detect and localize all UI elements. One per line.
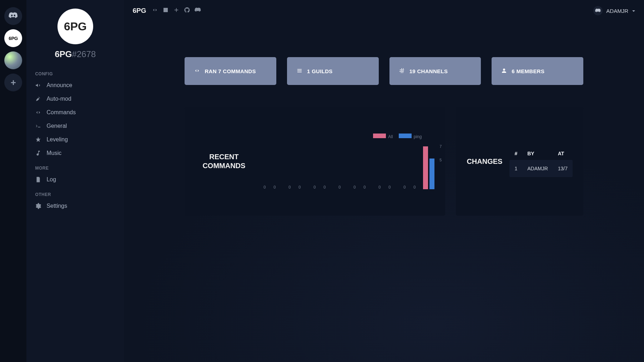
changes-body: # BY AT 1 ADAMJR 13/7 xyxy=(509,146,573,177)
nav-music[interactable]: Music xyxy=(26,146,124,160)
bot-tag: #2678 xyxy=(72,49,96,59)
caret-down-icon xyxy=(632,8,635,14)
nav-label: Commands xyxy=(46,109,76,116)
topbar-plus-icon[interactable] xyxy=(173,7,180,15)
axis-label-7: 7 xyxy=(439,144,442,149)
section-other: OTHER xyxy=(26,186,124,199)
stat-label: 6 MEMBERS xyxy=(512,68,544,74)
music-icon xyxy=(35,150,41,156)
col-by: BY xyxy=(522,147,553,160)
nav-label: Settings xyxy=(46,203,67,209)
nav-label: Auto-mod xyxy=(46,96,71,102)
panel-row: RECENT COMMANDS All ping 0 0 0 0 0 0 xyxy=(185,107,583,216)
topbar-icons xyxy=(152,7,201,15)
chart-bars: 7 5 xyxy=(423,146,434,189)
col-at: AT xyxy=(553,147,573,160)
main: 6PG ADAMJR RAN 7 COMMANDS 1 GUILDS xyxy=(124,0,644,362)
rail-bot-6pg[interactable]: 6PG xyxy=(4,29,22,47)
rail-bot-label: 6PG xyxy=(9,36,18,41)
axis-label-5: 5 xyxy=(439,158,442,162)
user-name: ADAMJR xyxy=(606,8,628,14)
topbar-docs-icon[interactable] xyxy=(162,7,169,15)
user-avatar-icon xyxy=(593,6,603,15)
changes-table: # BY AT 1 ADAMJR 13/7 xyxy=(509,147,573,177)
list-icon xyxy=(296,67,303,75)
megaphone-icon xyxy=(35,82,41,89)
nav-announce[interactable]: Announce xyxy=(26,79,124,92)
topbar-code-icon[interactable] xyxy=(152,7,158,15)
topbar-discord-icon[interactable] xyxy=(195,7,201,15)
col-index: # xyxy=(509,147,522,160)
table-row[interactable]: 1 ADAMJR 13/7 xyxy=(509,160,573,177)
nav-label: Music xyxy=(46,150,61,156)
cell-index: 1 xyxy=(509,160,522,177)
recent-commands-chart: All ping 0 0 0 0 0 0 0 xyxy=(261,134,434,189)
topbar-github-icon[interactable] xyxy=(184,7,190,15)
panel-title: CHANGES xyxy=(467,157,509,166)
legend-all: All xyxy=(373,134,393,139)
code-icon xyxy=(35,109,41,116)
nav-label: Announce xyxy=(46,82,72,89)
nav-settings[interactable]: Settings xyxy=(26,199,124,213)
nav-label: Log xyxy=(46,176,56,183)
bot-avatar-text: 6PG xyxy=(64,20,87,33)
terminal-icon xyxy=(35,123,41,129)
panel-title: RECENT COMMANDS xyxy=(195,152,252,170)
stat-label: RAN 7 COMMANDS xyxy=(205,68,256,74)
stat-label: 1 GUILDS xyxy=(307,68,333,74)
stat-row: RAN 7 COMMANDS 1 GUILDS 19 CHANNELS 6 ME… xyxy=(185,57,583,85)
bot-name-row: 6PG#2678 xyxy=(55,49,96,59)
nav-automod[interactable]: Auto-mod xyxy=(26,92,124,106)
discord-icon xyxy=(9,11,18,21)
nav-label: Leveling xyxy=(46,136,68,143)
rail-add-button[interactable]: + xyxy=(4,74,22,91)
bot-header: 6PG 6PG#2678 xyxy=(26,9,124,66)
legend-ping: ping xyxy=(399,134,422,139)
cell-by: ADAMJR xyxy=(522,160,553,177)
pin-icon xyxy=(35,96,41,102)
rail-bot-2[interactable] xyxy=(4,51,22,69)
rail-home-button[interactable] xyxy=(4,7,22,25)
bar-all xyxy=(423,146,428,189)
stat-guilds[interactable]: 1 GUILDS xyxy=(287,57,379,85)
bot-name: 6PG xyxy=(55,49,72,59)
stat-channels[interactable]: 19 CHANNELS xyxy=(389,57,481,85)
stat-label: 19 CHANNELS xyxy=(409,68,448,74)
nav-log[interactable]: Log xyxy=(26,173,124,186)
dashboard-content: RAN 7 COMMANDS 1 GUILDS 19 CHANNELS 6 ME… xyxy=(124,21,644,362)
panel-changes: CHANGES # BY AT 1 xyxy=(456,107,583,216)
nav-general[interactable]: General xyxy=(26,119,124,133)
panel-recent-commands: RECENT COMMANDS All ping 0 0 0 0 0 0 xyxy=(185,107,445,216)
cell-at: 13/7 xyxy=(553,160,573,177)
page-title: 6PG xyxy=(132,7,146,15)
hash-icon xyxy=(399,67,405,75)
plus-icon: + xyxy=(11,77,16,88)
nav-leveling[interactable]: Leveling xyxy=(26,133,124,146)
gear-icon xyxy=(35,203,41,209)
server-rail: 6PG + xyxy=(0,0,26,362)
section-config: CONFIG xyxy=(26,66,124,79)
chart-legend: All ping xyxy=(261,134,434,139)
bot-avatar: 6PG xyxy=(57,9,93,44)
sidebar: 6PG 6PG#2678 CONFIG Announce Auto-mod Co… xyxy=(26,0,124,362)
user-menu[interactable]: ADAMJR xyxy=(593,6,635,15)
nav-commands[interactable]: Commands xyxy=(26,106,124,119)
chart-grid: 0 0 0 0 0 0 0 0 0 0 xyxy=(261,143,434,189)
section-more: MORE xyxy=(26,160,124,173)
nav-label: General xyxy=(46,123,67,129)
bar-ping xyxy=(429,159,434,189)
user-icon xyxy=(501,67,507,75)
stat-members[interactable]: 6 MEMBERS xyxy=(492,57,583,85)
document-icon xyxy=(35,176,41,183)
star-icon xyxy=(35,136,41,143)
topbar: 6PG ADAMJR xyxy=(124,0,644,21)
stat-commands[interactable]: RAN 7 COMMANDS xyxy=(185,57,276,85)
code-icon xyxy=(194,67,200,75)
